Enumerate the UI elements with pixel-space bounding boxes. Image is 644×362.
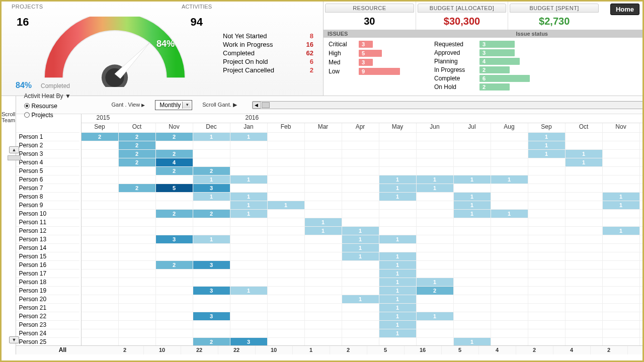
heatmap-cell: 1 bbox=[379, 184, 417, 192]
issue-status-name: Complete bbox=[434, 75, 479, 82]
heatmap-cell bbox=[82, 312, 119, 320]
heatmap-cell bbox=[119, 321, 156, 329]
heatmap-cell: 1 bbox=[379, 175, 417, 184]
gant-view-toggle[interactable]: Gant . View ▶ bbox=[112, 102, 145, 109]
heatmap-cell: 1 bbox=[454, 201, 491, 209]
heatmap-cell bbox=[305, 201, 342, 209]
scroll-team-slider[interactable] bbox=[8, 155, 21, 160]
heatmap-cell bbox=[454, 235, 491, 243]
scroll-left-button[interactable]: ◀ bbox=[253, 102, 261, 109]
heatmap-cell: 3 bbox=[193, 184, 230, 192]
heatmap-cell bbox=[268, 312, 305, 320]
heatmap-cell bbox=[491, 321, 528, 329]
heatmap-cell bbox=[119, 278, 156, 286]
heatmap-cell bbox=[528, 278, 566, 286]
heatmap-row: 11 bbox=[82, 252, 644, 260]
status-name: Completed bbox=[223, 49, 255, 57]
heatmap-cell bbox=[379, 133, 417, 141]
heatmap-cell bbox=[230, 184, 268, 192]
heatmap-cell bbox=[379, 244, 417, 252]
heatmap-cell bbox=[119, 261, 156, 269]
heatmap-cell bbox=[379, 218, 417, 226]
heatmap-cell bbox=[342, 287, 379, 295]
total-cell: 22 bbox=[181, 346, 218, 354]
heatmap-cell bbox=[305, 133, 342, 141]
issue-status-name: Approved bbox=[434, 49, 479, 56]
heatmap-cell: 1 bbox=[454, 338, 491, 345]
heatmap-cell: 2 bbox=[119, 158, 156, 166]
scroll-thumb[interactable] bbox=[262, 102, 270, 108]
heatmap-cell bbox=[82, 167, 119, 175]
activit-heat-dropdown[interactable]: Activit Heat By ▼ bbox=[21, 90, 82, 102]
heatmap-cell: 1 bbox=[528, 141, 566, 149]
heatmap-cell bbox=[156, 201, 193, 209]
heatmap-cell bbox=[156, 218, 193, 226]
heatmap-cell: 1 bbox=[417, 312, 454, 320]
heatmap-cell bbox=[603, 269, 640, 278]
heatmap-cell bbox=[528, 312, 566, 320]
heatmap-cell bbox=[82, 269, 119, 278]
status-name: Not Yet Started bbox=[223, 32, 267, 40]
severity-bar: 3 bbox=[359, 59, 373, 66]
heatmap-cell bbox=[193, 321, 230, 329]
total-cell: 2 bbox=[516, 346, 553, 354]
heatmap-cell bbox=[305, 329, 342, 337]
period-dropdown[interactable]: Monthly bbox=[155, 100, 192, 110]
heatmap-cell bbox=[193, 150, 230, 158]
heatmap-cell bbox=[305, 184, 342, 192]
heatmap-cell bbox=[417, 201, 454, 209]
heatmap-cell: 2 bbox=[119, 150, 156, 158]
severity-bar: 9 bbox=[359, 68, 400, 75]
heatmap-cell bbox=[528, 158, 566, 166]
scroll-team-down[interactable]: ▼ bbox=[9, 336, 19, 343]
heatmap-cell: 2 bbox=[119, 184, 156, 192]
heatmap-cell bbox=[156, 252, 193, 260]
heatmap-cell bbox=[268, 218, 305, 226]
heatmap-cell: 1 bbox=[417, 184, 454, 192]
heatmap-cell bbox=[528, 175, 566, 184]
heatmap-cell bbox=[156, 193, 193, 201]
heatmap-cell bbox=[417, 261, 454, 269]
heatmap-cell bbox=[603, 175, 640, 184]
heatmap-cell: 2 bbox=[193, 210, 230, 218]
radio-resource[interactable]: Resourse bbox=[21, 102, 82, 111]
gantt-scrollbar[interactable]: ◀ ▶ bbox=[252, 101, 644, 109]
heatmap-cell bbox=[342, 321, 379, 329]
heatmap-cell bbox=[193, 227, 230, 235]
heatmap-cell bbox=[119, 227, 156, 235]
heatmap-cell bbox=[491, 167, 528, 175]
radio-projects[interactable]: Projects bbox=[21, 111, 82, 120]
heatmap-cell bbox=[528, 201, 566, 209]
heatmap-cell bbox=[566, 201, 603, 209]
heatmap-cell bbox=[119, 175, 156, 184]
heatmap-cell bbox=[230, 312, 268, 320]
heatmap-cell bbox=[454, 133, 491, 141]
heatmap-row: 222111 bbox=[82, 132, 644, 141]
person-name: Person 10 bbox=[16, 209, 79, 218]
heatmap-cell bbox=[417, 329, 454, 337]
heatmap-cell bbox=[528, 261, 566, 269]
heatmap-cell bbox=[82, 141, 119, 149]
heatmap-cell: 1 bbox=[230, 210, 268, 218]
heatmap-cell bbox=[82, 193, 119, 201]
scroll-team-up[interactable]: ▲ bbox=[9, 146, 19, 153]
heatmap-cell bbox=[82, 278, 119, 286]
heatmap-cell: 2 bbox=[156, 167, 193, 175]
heatmap-cell bbox=[566, 175, 603, 184]
heatmap-cell bbox=[491, 304, 528, 312]
heatmap-cell bbox=[603, 287, 640, 295]
heatmap-cell bbox=[603, 278, 640, 286]
heatmap-cell bbox=[305, 141, 342, 149]
heatmap-cell bbox=[119, 252, 156, 260]
heatmap-cell bbox=[119, 269, 156, 278]
heatmap-cell bbox=[342, 210, 379, 218]
heatmap-cell bbox=[454, 167, 491, 175]
heatmap-cell: 1 bbox=[379, 269, 417, 278]
heatmap-cell bbox=[342, 304, 379, 312]
heatmap-cell bbox=[491, 287, 528, 295]
home-button[interactable]: Home bbox=[610, 4, 639, 15]
heatmap-cell bbox=[82, 235, 119, 243]
heatmap-cell bbox=[305, 252, 342, 260]
heatmap-cell: 1 bbox=[603, 227, 640, 235]
heatmap-cell bbox=[528, 184, 566, 192]
